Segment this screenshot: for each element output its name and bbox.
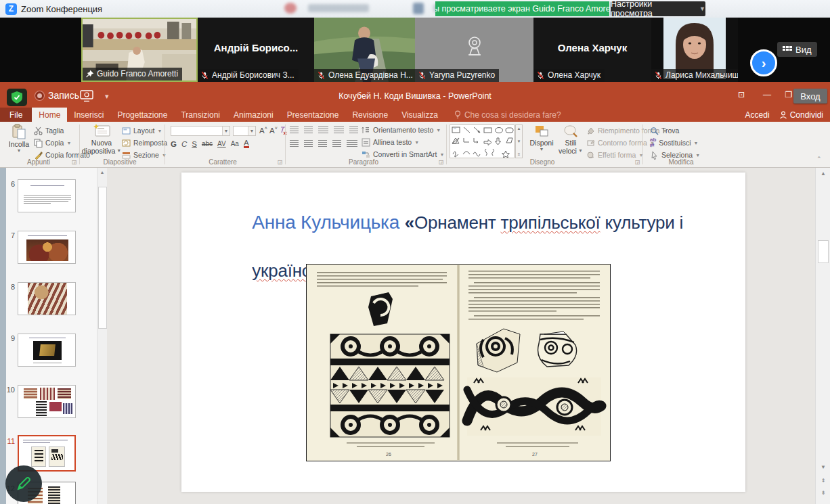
underline-button[interactable]: S xyxy=(192,140,197,148)
columns-button[interactable] xyxy=(347,140,357,147)
mic-muted-icon xyxy=(418,71,427,80)
tab-file[interactable]: File xyxy=(0,108,32,122)
incolla-button[interactable]: Incolla ▼ xyxy=(7,124,31,154)
slide-thumbnail-6[interactable] xyxy=(18,179,76,212)
slide-number: 10 xyxy=(5,386,15,394)
scrollbar-thumb[interactable] xyxy=(98,187,107,329)
participant-tile-yaryna[interactable]: Yaryna Puzyrenko xyxy=(415,18,533,82)
participant-tile-guido[interactable]: Guido Franco Amoretti xyxy=(81,18,198,82)
scroll-down-icon[interactable]: ▼ xyxy=(517,139,521,143)
decrease-indent-button[interactable] xyxy=(318,127,328,134)
chevron-down-icon[interactable]: ▼ xyxy=(248,127,255,135)
tab-transizioni[interactable]: Transizioni xyxy=(174,108,227,122)
participant-tile-larysa[interactable]: Лариса Михальчиш... xyxy=(651,18,738,82)
thumbnail-panel-scrollbar[interactable]: ▲ xyxy=(97,168,107,504)
ribbon-group-paragrafo: Orientamento testo ▼ Allinea testo ▼ xyxy=(286,122,447,167)
shapes-gallery-scrollbar[interactable]: ▲ ▼ ≡ xyxy=(515,124,523,158)
collapse-ribbon-button[interactable]: ⌃ xyxy=(816,156,822,162)
reimposta-label: Reimposta xyxy=(133,139,167,147)
layout-button[interactable]: Layout ▼ xyxy=(122,125,167,136)
tab-visualizza[interactable]: Visualizza xyxy=(395,108,445,122)
justify-button[interactable] xyxy=(332,140,341,147)
tell-me-search[interactable]: Che cosa si desidera fare? xyxy=(445,108,561,122)
tab-presentazione[interactable]: Presentazione xyxy=(280,108,346,122)
participant-tile-andrii[interactable]: Андрій Борисо... Андрій Борисович З... xyxy=(198,18,314,82)
chevron-down-icon[interactable]: ▼ xyxy=(222,127,230,135)
scroll-up-icon[interactable]: ▲ xyxy=(517,127,521,131)
change-case-button[interactable]: Aa xyxy=(231,140,239,147)
nuova-diapositiva-button[interactable]: Nuova diapositiva ▼ xyxy=(85,124,118,155)
orientamento-testo-button[interactable]: Orientamento testo ▼ xyxy=(362,124,444,135)
allinea-label: Allinea testo xyxy=(373,138,412,146)
grow-font-button[interactable]: A˄ xyxy=(259,126,267,135)
character-spacing-button[interactable]: AV xyxy=(217,140,226,147)
participant-tile-olena-e[interactable]: Олена Едуардівна Н... xyxy=(314,18,415,82)
condividi-button[interactable]: Condividi xyxy=(779,110,823,120)
document-title: Кочубей Н. Коди Вишивка - PowerPoint xyxy=(280,91,550,101)
bullets-button[interactable] xyxy=(290,127,299,134)
scroll-up-icon[interactable]: ▲ xyxy=(816,170,830,177)
tab-progettazione[interactable]: Progettazione xyxy=(110,108,174,122)
shapes-gallery[interactable] xyxy=(450,124,515,158)
slide-area-scrollbar[interactable]: ▲ ▼ ⇞ ⇟ xyxy=(815,168,830,504)
slide-canvas[interactable]: Анна Кульчицька «Орнамент трипільської к… xyxy=(181,173,745,492)
align-right-button[interactable] xyxy=(318,140,327,147)
annotation-pencil-button[interactable] xyxy=(5,465,42,502)
tab-revisione[interactable]: Revisione xyxy=(345,108,395,122)
gallery-more-icon[interactable]: ≡ xyxy=(518,152,521,156)
view-settings-button[interactable]: Настройки просмотра ▼ xyxy=(611,1,705,16)
font-size-combo[interactable]: ▼ xyxy=(233,126,256,136)
dialog-launcher-icon[interactable]: ◲ xyxy=(72,159,78,165)
previous-slide-button[interactable]: ⇞ xyxy=(816,478,830,484)
ribbon-display-options-button[interactable]: ⊡ xyxy=(735,90,747,99)
allinea-testo-button[interactable]: Allinea testo ▼ xyxy=(362,137,444,147)
disponi-button[interactable]: Disponi ▼ xyxy=(527,124,556,152)
scroll-down-icon[interactable]: ▼ xyxy=(816,464,830,470)
quick-access-toolbar-more[interactable]: ▾ xyxy=(105,92,109,101)
trova-label: Trova xyxy=(661,127,679,135)
slide-thumbnail-9[interactable] xyxy=(18,334,76,367)
scroll-up-icon[interactable]: ▲ xyxy=(97,168,107,177)
shrink-font-button[interactable]: A˅ xyxy=(269,126,278,135)
zoom-signin-overlay-button[interactable]: Вход xyxy=(793,89,827,104)
record-button[interactable]: Запись xyxy=(35,90,79,101)
strikethrough-button[interactable]: abc xyxy=(202,140,213,147)
gallery-view-button[interactable]: Вид xyxy=(777,42,817,57)
scrollbar-thumb[interactable] xyxy=(818,240,829,263)
minimize-button[interactable]: — xyxy=(761,90,773,99)
slide-number: 9 xyxy=(5,334,15,342)
pencil-icon xyxy=(16,476,32,492)
mic-muted-icon xyxy=(654,71,663,80)
stili-veloci-button[interactable]: Stili veloci ▼ xyxy=(557,124,584,155)
tab-home[interactable]: Home xyxy=(32,108,67,122)
font-name-combo[interactable]: ▼ xyxy=(171,126,230,136)
font-color-button[interactable]: A xyxy=(244,139,249,148)
dialog-launcher-icon[interactable]: ◲ xyxy=(439,159,445,165)
sostituisci-button[interactable]: ab⇄ Sostituisci ▼ xyxy=(650,137,700,148)
italic-button[interactable]: C xyxy=(181,140,187,148)
align-center-button[interactable] xyxy=(304,140,313,147)
tab-animazioni[interactable]: Animazioni xyxy=(227,108,280,122)
tab-inserisci[interactable]: Inserisci xyxy=(67,108,110,122)
slide-thumbnail-10[interactable] xyxy=(18,385,76,418)
numbering-button[interactable] xyxy=(304,127,313,134)
reimposta-button[interactable]: Reimposta xyxy=(122,137,167,148)
accedi-link[interactable]: Accedi xyxy=(745,110,770,120)
quick-styles-icon xyxy=(563,124,579,139)
line-spacing-button[interactable] xyxy=(349,127,358,134)
dialog-launcher-icon[interactable]: ◲ xyxy=(635,159,641,165)
participant-name: Лариса Михальчиш... xyxy=(665,70,738,80)
align-left-button[interactable] xyxy=(290,140,299,147)
next-slide-button[interactable]: ⇟ xyxy=(816,490,830,496)
slide-thumbnail-7[interactable] xyxy=(18,231,76,264)
ribbon-group-disegno: ▲ ▼ ≡ Disponi ▼ Stili veloci xyxy=(447,122,643,167)
trova-button[interactable]: Trova xyxy=(650,125,700,136)
dialog-launcher-icon[interactable]: ◲ xyxy=(278,159,284,165)
increase-indent-button[interactable] xyxy=(334,127,344,134)
zoom-window-titlebar: Z Zoom Конференция Вы просматриваете экр… xyxy=(0,0,830,18)
participant-tile-kharchuk[interactable]: Олена Харчук Олена Харчук xyxy=(533,18,651,82)
next-participants-button[interactable]: › xyxy=(750,49,777,76)
bold-button[interactable]: G xyxy=(171,140,177,148)
slide-thumbnail-8[interactable] xyxy=(18,282,76,315)
screen-share-icon[interactable] xyxy=(80,90,93,102)
